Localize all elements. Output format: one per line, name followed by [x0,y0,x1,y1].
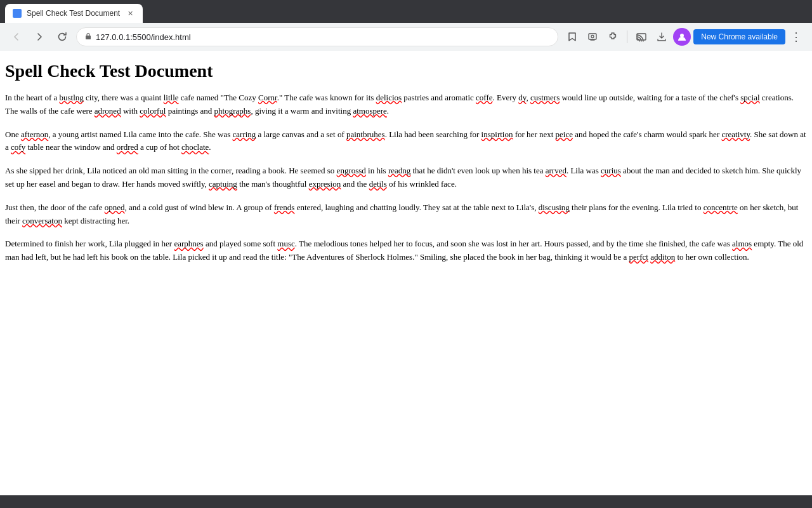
spell-error: afternon [21,130,48,139]
profile-avatar[interactable] [673,28,691,46]
paragraph-5: Determined to finish her work, Lila plug… [5,237,807,264]
address-bar[interactable]: 127.0.0.1:5500/index.html [76,27,558,46]
download-button[interactable] [653,28,671,46]
more-options-button[interactable]: ⋮ [788,30,804,44]
spell-error: choclate [181,142,209,152]
status-bar [0,495,812,508]
tab-favicon [13,9,22,18]
browser-frame: Spell Check Test Document ✕ 127.0.0.1:55… [0,0,812,508]
forward-button[interactable] [30,28,48,46]
paragraph-1: In the heart of a bustlng city, there wa… [5,91,807,118]
browser-tab[interactable]: Spell Check Test Document ✕ [5,4,143,23]
spell-error: almos [732,239,752,248]
spell-error: delicios [376,93,402,102]
title-bar: Spell Check Test Document ✕ [0,0,812,23]
toolbar-right: New Chrome available ⋮ [563,28,804,46]
toolbar: 127.0.0.1:5500/index.html New Chro [0,23,812,51]
spell-error: frends [274,203,295,212]
spell-error: ordred [117,142,138,152]
svg-point-3 [591,36,594,38]
spell-error: Cornr [258,93,277,102]
spell-error: bustlng [60,93,84,102]
spell-error: readng [388,166,410,175]
spell-error: captuing [209,179,237,189]
spell-error: concentrte [704,203,738,212]
page-content: Spell Check Test Document In the heart o… [0,51,812,495]
lock-icon [84,32,92,42]
cast-button[interactable] [632,28,650,46]
toolbar-divider [627,30,627,43]
spell-error: atmospere [353,106,386,116]
spell-error: curius [601,166,621,175]
spell-error: additon [650,252,675,262]
paragraph-4: Just then, the door of the cafe opned, a… [5,201,807,228]
spell-error: custmers [530,93,560,102]
spell-error: litlle [164,93,179,102]
extensions-button[interactable] [604,28,622,46]
svg-point-0 [15,11,20,16]
spell-error: colorful [140,106,166,116]
back-button[interactable] [8,28,25,46]
spell-error: carring [232,130,256,139]
spell-error: detils [369,179,387,189]
spell-error: earphnes [174,239,203,248]
spell-error: perfct [629,252,648,262]
spell-error: expresion [309,179,341,189]
spell-error: arrved [546,166,566,175]
spell-error: cofy [11,142,25,152]
spell-error: coffe [476,93,492,102]
svg-rect-2 [589,34,596,39]
spell-error: inspirtion [481,130,513,139]
svg-rect-1 [86,36,91,39]
page-title: Spell Check Test Document [5,61,807,81]
chrome-media-button[interactable] [584,28,601,46]
spell-error: creativty [721,130,750,139]
spell-error: discusing [539,203,570,212]
spell-error: dy [518,93,526,102]
spell-error: conversaton [22,216,62,225]
paragraph-3: As she sipped her drink, Lila noticed an… [5,164,807,191]
tab-close-button[interactable]: ✕ [125,8,135,18]
spell-error: opned [105,203,125,212]
spell-error: paintbruhes [346,130,385,139]
spell-error: peice [556,130,573,139]
url-text: 127.0.0.1:5500/index.html [96,32,550,42]
reload-button[interactable] [53,28,71,46]
new-chrome-button[interactable]: New Chrome available [693,29,785,44]
tab-label: Spell Check Test Document [27,9,120,18]
paragraph-2: One afternon, a young artist named Lila … [5,128,807,155]
spell-error: spcial [740,93,759,102]
spell-error: engrossd [337,166,366,175]
spell-error: adroned [95,106,121,116]
spell-error: musc [277,239,294,248]
bookmark-button[interactable] [563,28,581,46]
spell-error: phtographs [214,106,251,116]
